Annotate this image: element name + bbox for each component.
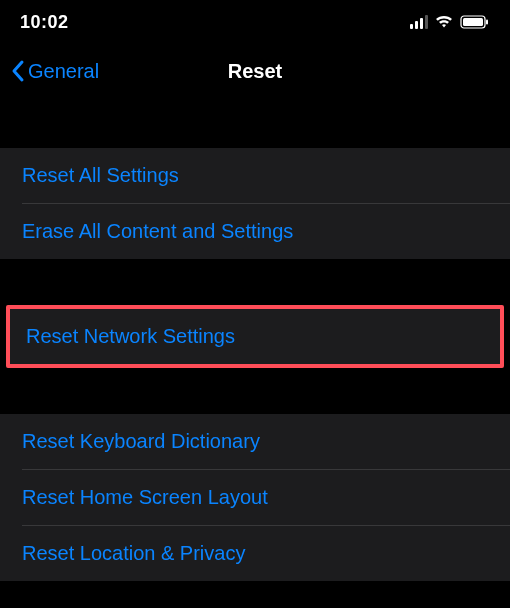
nav-bar: General Reset [0,44,510,98]
reset-network-settings-item[interactable]: Reset Network Settings [10,309,500,364]
status-icons [410,15,490,29]
back-label: General [28,60,99,83]
settings-group-3: Reset Keyboard Dictionary Reset Home Scr… [0,414,510,581]
reset-home-screen-item[interactable]: Reset Home Screen Layout [0,470,510,525]
status-time: 10:02 [20,12,69,33]
back-button[interactable]: General [10,59,99,83]
wifi-icon [434,15,454,29]
spacer [0,368,510,414]
reset-location-privacy-item[interactable]: Reset Location & Privacy [0,526,510,581]
spacer [0,98,510,148]
settings-group-2: Reset Network Settings [10,309,500,364]
settings-group-1: Reset All Settings Erase All Content and… [0,148,510,259]
reset-all-settings-item[interactable]: Reset All Settings [0,148,510,203]
highlight-box: Reset Network Settings [6,305,504,368]
spacer [0,259,510,305]
svg-rect-2 [486,20,488,25]
reset-keyboard-dictionary-item[interactable]: Reset Keyboard Dictionary [0,414,510,469]
svg-rect-1 [463,18,483,26]
page-title: Reset [228,60,282,83]
status-bar: 10:02 [0,0,510,44]
erase-all-content-item[interactable]: Erase All Content and Settings [0,204,510,259]
cellular-signal-icon [410,15,428,29]
chevron-left-icon [10,59,26,83]
battery-icon [460,15,490,29]
